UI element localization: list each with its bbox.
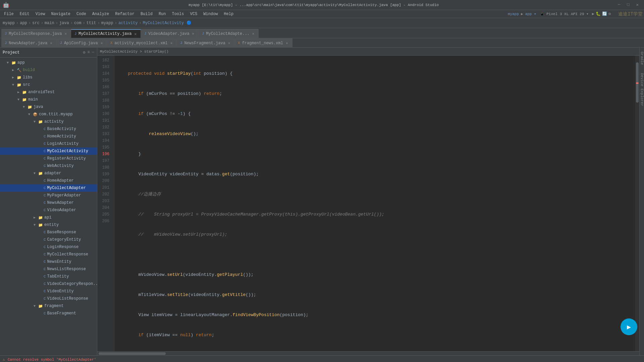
tree-item-baseresponse[interactable]: ▶ C BaseResponse	[0, 229, 97, 236]
tree-item-categoryentity[interactable]: ▶ C CategoryEntity	[0, 236, 97, 243]
tree-item-basefragment[interactable]: ▶ C BaseFragment	[0, 310, 97, 317]
tree-item-registeractivity[interactable]: ▶ C RegisterActivity	[0, 155, 97, 162]
sync-btn[interactable]: 🔄	[602, 11, 607, 16]
tree-item-videoadapter[interactable]: ▶ C VideoAdapter	[0, 206, 97, 214]
tree-item-tabentity[interactable]: ▶ C TabEntity	[0, 273, 97, 280]
run-btn[interactable]: ▶	[592, 11, 594, 16]
tree-item-java[interactable]: ▼ 📁 java	[0, 103, 97, 111]
tree-item-fragment-folder[interactable]: ▼ 📁 fragment	[0, 302, 97, 310]
tab-close-3[interactable]: ✕	[192, 32, 195, 36]
line-num-191: 191	[97, 117, 112, 124]
tree-item-loginactivity[interactable]: ▶ C LoginActivity	[0, 140, 97, 147]
tree-item-homeadapter[interactable]: ▶ C HomeAdapter	[0, 177, 97, 184]
tree-item-videoentity[interactable]: ▶ C VideoEntity	[0, 288, 97, 295]
menu-item-code[interactable]: Code	[74, 11, 89, 17]
settings-btn[interactable]: ⚙	[608, 11, 611, 16]
tree-item-package[interactable]: ▼ 📦 com.ttit.myapp	[0, 111, 97, 118]
menu-item-help[interactable]: Help	[221, 11, 236, 17]
tree-item-newslistresponse[interactable]: ▶ C NewsListResponse	[0, 265, 97, 273]
breadcrumb-src[interactable]: src	[32, 21, 40, 25]
breadcrumb-main[interactable]: main	[45, 21, 54, 25]
breadcrumb-com[interactable]: com	[74, 21, 82, 25]
horizontal-scrollbar[interactable]	[97, 351, 639, 355]
breadcrumb-java[interactable]: java	[59, 21, 69, 25]
collapse-icon[interactable]: ≡	[88, 50, 90, 55]
menu-item-run[interactable]: Run	[156, 11, 169, 17]
tree-item-mycollectactivity[interactable]: ▶ C MyCollectActivity	[0, 147, 97, 155]
editor-breadcrumb: MyCollectActivity > startPlay()	[97, 48, 639, 56]
tab-close-6[interactable]: ✕	[100, 41, 104, 45]
close-btn[interactable]: ✕	[634, 2, 641, 7]
code-line-183: if (mCurPos == position) return;	[117, 90, 633, 97]
sync-sidebar-icon[interactable]: ⚙	[83, 50, 85, 55]
tab-close-8[interactable]: ✕	[227, 41, 231, 45]
tree-item-webactivity[interactable]: ▶ C WebActivity	[0, 162, 97, 170]
breadcrumb-app[interactable]: app	[20, 21, 27, 25]
tree-item-baseactivity[interactable]: ▶ C BaseActivity	[0, 125, 97, 133]
tab-close-7[interactable]: ✕	[170, 41, 173, 45]
code-content[interactable]: protected void startPlay(int position) {…	[115, 56, 635, 351]
tree-item-newsentity[interactable]: ▶ C NewsEntity	[0, 258, 97, 265]
menu-item-build[interactable]: Build	[138, 11, 155, 17]
tab-mycollectresponse[interactable]: J MyCollectResponse.java ✕	[1, 29, 71, 38]
tree-item-videolistresponse[interactable]: ▶ C VideoListResponse	[0, 295, 97, 302]
tree-item-mycollectadapter[interactable]: ▶ C MyCollectAdapter	[0, 184, 97, 192]
tab-newsadapter[interactable]: J NewsAdapter.java ✕	[1, 39, 57, 47]
breadcrumb-ttit[interactable]: ttit	[87, 21, 96, 25]
tree-item-adapter-folder[interactable]: ▼ 📁 adapter	[0, 170, 97, 177]
editor-scrollbar[interactable]	[635, 56, 639, 351]
tab-videoadapter[interactable]: J VideoAdapter.java ✕	[141, 29, 199, 38]
tree-item-app[interactable]: ▼ 📁 app	[0, 59, 97, 66]
tab-apiconfig[interactable]: J ApiConfig.java ✕	[57, 39, 107, 47]
minimize-btn[interactable]: ─	[615, 2, 623, 7]
tree-item-api[interactable]: ▶ 📁 api	[0, 214, 97, 221]
tab-close-2[interactable]: ✕	[134, 32, 138, 36]
tree-item-mycollectresponse[interactable]: ▶ C MyCollectResponse	[0, 251, 97, 258]
folder-icon-androidtest: 📁	[22, 90, 27, 95]
tab-mycollectadapter[interactable]: J MyCollectAdapte... ✕	[199, 29, 259, 38]
code-editor[interactable]: MyCollectActivity > startPlay() 182 183 …	[97, 48, 639, 355]
h-scrollbar-thumb[interactable]	[99, 352, 166, 355]
bilibili-button[interactable]: ▶	[621, 318, 637, 335]
tree-item-androidtest[interactable]: ▶ 📁 androidTest	[0, 88, 97, 96]
watermark-menu: 途途IT学堂	[618, 11, 643, 17]
tree-item-entity[interactable]: ▼ 📁 entity	[0, 221, 97, 229]
breadcrumb-myapp2[interactable]: myapp	[101, 21, 113, 25]
menu-item-navigate[interactable]: Navigate	[48, 11, 73, 17]
breadcrumb-mycollectactivity[interactable]: MyCollectActivity	[143, 21, 184, 25]
tab-close-4[interactable]: ✕	[252, 32, 255, 36]
tab-fragment-xml[interactable]: X fragment_news.xml ✕	[234, 39, 292, 47]
menu-item-file[interactable]: File	[1, 11, 16, 17]
tree-item-libs[interactable]: ▶ 📁 libs	[0, 74, 97, 81]
menu-item-analyze[interactable]: Analyze	[90, 11, 112, 17]
menu-item-window[interactable]: Window	[201, 11, 220, 17]
tree-item-videocategoryresponse[interactable]: ▶ C VideoCategoryRespon...	[0, 280, 97, 288]
breadcrumb-myapp[interactable]: myapp	[3, 21, 15, 25]
java-file-icon-2: C	[44, 134, 46, 138]
tree-item-homeactivity[interactable]: ▶ C HomeActivity	[0, 133, 97, 140]
tree-item-activity-folder[interactable]: ▼ 📁 activity	[0, 118, 97, 125]
tree-item-loginresponse[interactable]: ▶ C LoginResponse	[0, 243, 97, 251]
menu-item-edit[interactable]: Edit	[17, 11, 32, 17]
tab-close-9[interactable]: ✕	[285, 41, 289, 45]
menu-item-vcs[interactable]: VCS	[187, 11, 200, 17]
menu-item-view[interactable]: View	[33, 11, 48, 17]
tree-item-newsadapter[interactable]: ▶ C NewsAdapter	[0, 199, 97, 206]
tab-activity-xml[interactable]: X activity_mycollect.xml ✕	[107, 39, 177, 47]
tab-close-1[interactable]: ✕	[64, 32, 67, 36]
tab-close-5[interactable]: ✕	[49, 41, 53, 45]
device-explorer-tab[interactable]: Device Explorer	[639, 70, 644, 109]
tree-item-build[interactable]: ▶ 🔨 build	[0, 66, 97, 74]
tab-newsfragment[interactable]: J NewsFragment.java ✕	[177, 39, 234, 47]
minimize-sidebar-icon[interactable]: ─	[92, 50, 94, 55]
breadcrumb-activity[interactable]: activity	[118, 21, 138, 25]
tree-item-src[interactable]: ▼ 📁 src	[0, 81, 97, 88]
debug-btn[interactable]: 🐛	[596, 11, 601, 16]
tab-mycollectactivity[interactable]: J MyCollectActivity.java ✕	[71, 29, 141, 38]
menu-item-tools[interactable]: Tools	[169, 11, 187, 17]
maximize-btn[interactable]: □	[625, 2, 632, 7]
menu-item-refactor[interactable]: Refactor	[112, 11, 137, 17]
tree-item-main[interactable]: ▼ 📁 main	[0, 96, 97, 103]
tree-item-mypageradapter[interactable]: ▶ C MyPagerAdapter	[0, 192, 97, 199]
gradle-tab[interactable]: Gradle	[639, 49, 644, 68]
